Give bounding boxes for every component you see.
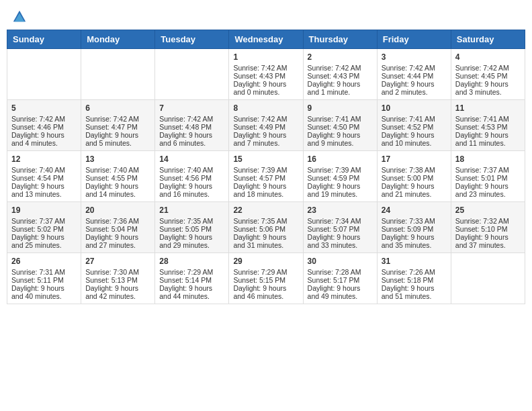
- calendar-cell: 6Sunrise: 7:42 AMSunset: 4:47 PMDaylight…: [81, 100, 155, 151]
- day-info: Sunset: 4:43 PM: [233, 72, 298, 80]
- day-info: Sunrise: 7:29 AM: [159, 268, 224, 276]
- day-number: 13: [85, 154, 150, 164]
- day-number: 11: [455, 103, 521, 113]
- day-info: Sunrise: 7:42 AM: [233, 115, 298, 123]
- day-info: Sunrise: 7:42 AM: [159, 115, 224, 123]
- calendar-cell: 13Sunrise: 7:40 AMSunset: 4:55 PMDayligh…: [81, 151, 155, 202]
- day-info: Daylight: 9 hours and 9 minutes.: [308, 131, 373, 147]
- day-info: Sunrise: 7:30 AM: [85, 268, 150, 276]
- day-number: 8: [233, 103, 298, 113]
- logo-icon: [12, 9, 27, 24]
- day-info: Daylight: 9 hours and 6 minutes.: [159, 131, 224, 147]
- day-info: Daylight: 9 hours and 10 minutes.: [382, 131, 447, 147]
- calendar-cell: 5Sunrise: 7:42 AMSunset: 4:46 PMDaylight…: [7, 100, 81, 151]
- day-info: Sunrise: 7:42 AM: [11, 115, 77, 123]
- day-number: 21: [159, 205, 224, 215]
- calendar-cell: 4Sunrise: 7:42 AMSunset: 4:45 PMDaylight…: [451, 49, 525, 100]
- day-info: Sunset: 4:45 PM: [455, 72, 521, 80]
- day-info: Sunrise: 7:41 AM: [382, 115, 447, 123]
- day-info: Sunset: 4:55 PM: [85, 174, 150, 182]
- day-info: Sunrise: 7:35 AM: [233, 217, 298, 225]
- calendar-cell: 11Sunrise: 7:41 AMSunset: 4:53 PMDayligh…: [451, 100, 525, 151]
- day-number: 28: [159, 257, 224, 266]
- day-info: Daylight: 9 hours and 2 minutes.: [382, 80, 447, 96]
- calendar-table: SundayMondayTuesdayWednesdayThursdayFrid…: [7, 30, 525, 304]
- day-info: Sunset: 5:14 PM: [159, 276, 224, 284]
- day-info: Sunrise: 7:37 AM: [11, 217, 77, 225]
- day-info: Daylight: 9 hours and 37 minutes.: [455, 233, 521, 249]
- calendar-cell: 12Sunrise: 7:40 AMSunset: 4:54 PMDayligh…: [7, 151, 81, 202]
- day-info: Sunrise: 7:36 AM: [85, 217, 150, 225]
- day-info: Sunrise: 7:35 AM: [159, 217, 224, 225]
- calendar-cell: 10Sunrise: 7:41 AMSunset: 4:52 PMDayligh…: [377, 100, 451, 151]
- day-info: Sunset: 5:15 PM: [233, 276, 298, 284]
- day-info: Sunset: 5:06 PM: [233, 225, 298, 233]
- day-number: 2: [308, 52, 373, 62]
- calendar-cell: 19Sunrise: 7:37 AMSunset: 5:02 PMDayligh…: [7, 202, 81, 253]
- day-number: 18: [455, 154, 521, 164]
- day-info: Sunset: 5:18 PM: [382, 276, 447, 284]
- day-info: Daylight: 9 hours and 4 minutes.: [11, 131, 77, 147]
- day-number: 26: [11, 257, 77, 266]
- day-number: 31: [382, 257, 447, 266]
- calendar-cell: 9Sunrise: 7:41 AMSunset: 4:50 PMDaylight…: [303, 100, 377, 151]
- day-info: Sunrise: 7:28 AM: [308, 268, 373, 276]
- day-info: Daylight: 9 hours and 11 minutes.: [455, 131, 521, 147]
- calendar-cell: 3Sunrise: 7:42 AMSunset: 4:44 PMDaylight…: [377, 49, 451, 100]
- day-info: Sunrise: 7:42 AM: [233, 64, 298, 72]
- calendar-week-row: 12Sunrise: 7:40 AMSunset: 4:54 PMDayligh…: [7, 151, 525, 202]
- day-info: Sunset: 5:05 PM: [159, 225, 224, 233]
- day-info: Sunrise: 7:42 AM: [382, 64, 447, 72]
- calendar-cell: 26Sunrise: 7:31 AMSunset: 5:11 PMDayligh…: [7, 253, 81, 304]
- day-info: Daylight: 9 hours and 5 minutes.: [85, 131, 150, 147]
- day-info: Daylight: 9 hours and 1 minute.: [308, 80, 373, 96]
- day-number: 10: [382, 103, 447, 113]
- day-info: Sunrise: 7:40 AM: [11, 166, 77, 174]
- weekday-header: Sunday: [7, 30, 81, 49]
- day-number: 7: [159, 103, 224, 113]
- day-number: 14: [159, 154, 224, 164]
- day-number: 22: [233, 205, 298, 215]
- day-number: 19: [11, 205, 77, 215]
- calendar-week-row: 26Sunrise: 7:31 AMSunset: 5:11 PMDayligh…: [7, 253, 525, 304]
- calendar-cell: [81, 49, 155, 100]
- calendar-cell: [7, 49, 81, 100]
- day-info: Sunrise: 7:42 AM: [455, 64, 521, 72]
- day-info: Daylight: 9 hours and 0 minutes.: [233, 80, 298, 96]
- weekday-header: Friday: [377, 30, 451, 49]
- day-info: Daylight: 9 hours and 18 minutes.: [233, 182, 298, 198]
- day-info: Daylight: 9 hours and 16 minutes.: [159, 182, 224, 198]
- calendar-cell: 14Sunrise: 7:40 AMSunset: 4:56 PMDayligh…: [155, 151, 229, 202]
- day-info: Sunrise: 7:42 AM: [308, 64, 373, 72]
- day-info: Daylight: 9 hours and 7 minutes.: [233, 131, 298, 147]
- day-info: Daylight: 9 hours and 46 minutes.: [233, 284, 298, 300]
- day-info: Daylight: 9 hours and 44 minutes.: [159, 284, 224, 300]
- day-info: Sunset: 4:53 PM: [455, 123, 521, 131]
- day-number: 30: [308, 257, 373, 266]
- day-info: Sunrise: 7:40 AM: [159, 166, 224, 174]
- day-number: 20: [85, 205, 150, 215]
- calendar-cell: 7Sunrise: 7:42 AMSunset: 4:48 PMDaylight…: [155, 100, 229, 151]
- day-info: Sunrise: 7:37 AM: [455, 166, 521, 174]
- day-info: Sunrise: 7:40 AM: [85, 166, 150, 174]
- calendar-week-row: 5Sunrise: 7:42 AMSunset: 4:46 PMDaylight…: [7, 100, 525, 151]
- logo: [11, 9, 27, 21]
- day-info: Daylight: 9 hours and 29 minutes.: [159, 233, 224, 249]
- weekday-header: Tuesday: [155, 30, 229, 49]
- day-info: Sunset: 4:47 PM: [85, 123, 150, 131]
- day-info: Sunset: 5:10 PM: [455, 225, 521, 233]
- calendar-cell: [155, 49, 229, 100]
- day-number: 5: [11, 103, 77, 113]
- calendar-cell: 17Sunrise: 7:38 AMSunset: 5:00 PMDayligh…: [377, 151, 451, 202]
- day-info: Daylight: 9 hours and 27 minutes.: [85, 233, 150, 249]
- day-info: Sunset: 4:48 PM: [159, 123, 224, 131]
- day-number: 1: [233, 52, 298, 62]
- day-number: 6: [85, 103, 150, 113]
- day-info: Sunset: 4:52 PM: [382, 123, 447, 131]
- day-info: Daylight: 9 hours and 21 minutes.: [382, 182, 447, 198]
- page-header: [7, 7, 525, 24]
- day-info: Daylight: 9 hours and 3 minutes.: [455, 80, 521, 96]
- day-info: Sunrise: 7:41 AM: [308, 115, 373, 123]
- calendar-cell: 28Sunrise: 7:29 AMSunset: 5:14 PMDayligh…: [155, 253, 229, 304]
- day-info: Sunrise: 7:29 AM: [233, 268, 298, 276]
